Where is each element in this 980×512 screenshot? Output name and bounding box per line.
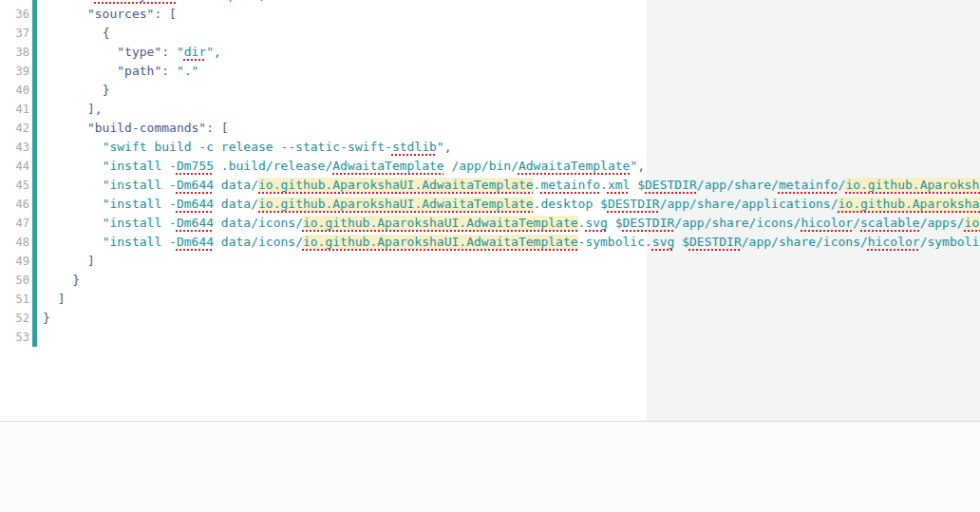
code-text: "swift build -c release --static-swift-s… [43,138,452,157]
git-change-bar [32,5,37,24]
code-line: 46 "install -Dm644 data/io.github.Aparok… [0,195,980,214]
code-text: } [43,81,109,100]
code-line: 45 "install -Dm644 data/io.github.Aparok… [0,176,980,195]
line-number: 45 [0,176,29,195]
git-change-bar [32,157,37,176]
code-line: 37 { [0,24,980,43]
code-text: ] [43,252,95,271]
line-number: 37 [0,24,29,43]
line-number: 53 [0,328,29,347]
code-text: "install -Dm644 data/io.github.Aparoksha… [43,195,980,214]
line-number: 44 [0,157,29,176]
git-change-bar [32,138,37,157]
git-change-bar [32,62,37,81]
find-replace-bar: io.github.AparokshaUI.AdwaitaTemplate 0 … [0,421,980,512]
git-change-bar [32,271,37,290]
code-line: 38 "type": "dir", [0,43,980,62]
git-change-bar [32,24,37,43]
line-number: 36 [0,5,29,24]
git-change-bar [32,252,37,271]
line-number: 40 [0,81,29,100]
git-change-bar [32,233,37,252]
code-line: 36 "sources": [ [0,5,980,24]
code-text: "type": "dir", [43,43,221,62]
line-number: 42 [0,119,29,138]
code-text: ] [43,290,65,309]
code-text: "install -Dm644 data/io.github.Aparoksha… [43,176,980,195]
git-change-bar [32,214,37,233]
code-line: 44 "install -Dm755 .build/release/Adwait… [0,157,980,176]
git-change-bar [32,290,37,309]
code-line: 53 [0,328,980,347]
line-number: 47 [0,214,29,233]
code-line: 41 ], [0,100,980,119]
git-change-bar [32,328,37,347]
code-line: 50 } [0,271,980,290]
code-text: } [43,271,80,290]
line-number: 41 [0,100,29,119]
line-number: 39 [0,62,29,81]
code-text: "build-commands": [ [43,119,229,138]
source-view[interactable]: "buildsystem": "simple",36 "sources": [3… [0,0,980,421]
git-change-bar [32,309,37,328]
code-text: "install -Dm644 data/icons/io.github.Apa… [43,233,980,252]
code-text: "install -Dm644 data/icons/io.github.Apa… [43,214,980,233]
code-line: 43 "swift build -c release --static-swif… [0,138,980,157]
code-line: 40 } [0,81,980,100]
code-text: "sources": [ [43,5,177,24]
git-change-bar [32,195,37,214]
line-number: 51 [0,290,29,309]
line-number: 43 [0,138,29,157]
git-change-bar [32,43,37,62]
git-change-bar [32,176,37,195]
code-line: 49 ] [0,252,980,271]
code-text: "install -Dm755 .build/release/AdwaitaTe… [43,157,645,176]
git-change-bar [32,119,37,138]
line-number: 48 [0,233,29,252]
code-line: 51 ] [0,290,980,309]
code-line: 48 "install -Dm644 data/icons/io.github.… [0,233,980,252]
code-text: "path": "." [43,62,198,81]
code-line: 42 "build-commands": [ [0,119,980,138]
line-number: 52 [0,309,29,328]
code-lines: "buildsystem": "simple",36 "sources": [3… [0,0,980,347]
code-line: 39 "path": "." [0,62,980,81]
line-number: 46 [0,195,29,214]
editor-window: "buildsystem": "simple",36 "sources": [3… [0,0,980,512]
code-line: 47 "install -Dm644 data/icons/io.github.… [0,214,980,233]
git-change-bar [32,81,37,100]
code-line: 52} [0,309,980,328]
code-text: ], [43,100,103,119]
line-number: 50 [0,271,29,290]
git-change-bar [32,100,37,119]
code-text: { [43,24,109,43]
line-number: 38 [0,43,29,62]
code-text: } [43,309,50,328]
line-number: 49 [0,252,29,271]
